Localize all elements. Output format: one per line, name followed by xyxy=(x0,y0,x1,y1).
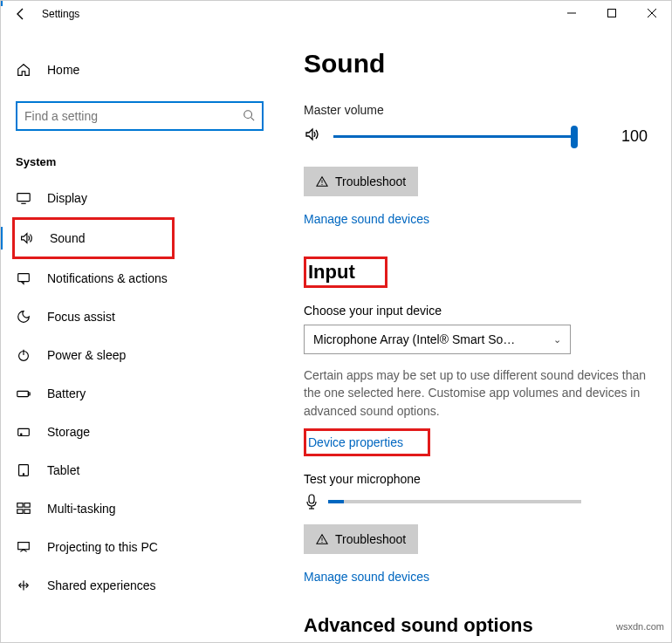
search-box[interactable] xyxy=(16,101,264,131)
svg-rect-1 xyxy=(608,10,616,17)
svg-rect-17 xyxy=(17,503,23,508)
microphone-icon xyxy=(304,493,319,510)
page-title: Sound xyxy=(304,49,648,79)
svg-line-5 xyxy=(251,117,255,120)
sound-icon xyxy=(18,230,34,246)
slider-track-line xyxy=(333,135,574,138)
svg-point-28 xyxy=(321,542,322,543)
manage-output-devices-link[interactable]: Manage sound devices xyxy=(304,212,429,226)
window-title: Settings xyxy=(42,8,79,20)
mic-level-bar xyxy=(328,500,581,503)
arrow-left-icon xyxy=(14,7,28,21)
svg-rect-11 xyxy=(17,391,29,396)
nav-multitasking[interactable]: Multi-tasking xyxy=(12,489,264,528)
nav-power[interactable]: Power & sleep xyxy=(12,336,264,374)
device-properties-highlight: Device properties xyxy=(304,428,430,456)
slider-thumb[interactable] xyxy=(571,126,578,148)
svg-point-14 xyxy=(21,434,22,434)
svg-rect-6 xyxy=(17,194,30,202)
test-mic-label: Test your microphone xyxy=(304,472,648,486)
svg-point-23 xyxy=(321,184,322,185)
minimize-icon xyxy=(567,9,576,17)
input-heading-highlight: Input xyxy=(304,257,387,288)
nav-battery[interactable]: Battery xyxy=(12,374,264,413)
svg-point-4 xyxy=(244,110,252,118)
shared-icon xyxy=(16,578,31,593)
choose-input-label: Choose your input device xyxy=(304,304,648,318)
volume-slider[interactable] xyxy=(333,127,574,147)
titlebar: Settings xyxy=(0,0,672,28)
nav-label: Shared experiences xyxy=(47,578,156,592)
troubleshoot-input-button[interactable]: Troubleshoot xyxy=(304,524,418,554)
minimize-button[interactable] xyxy=(552,0,592,26)
svg-rect-18 xyxy=(24,503,30,508)
volume-value: 100 xyxy=(621,127,648,146)
svg-rect-8 xyxy=(18,274,30,282)
nav-tablet[interactable]: Tablet xyxy=(12,451,264,489)
warning-icon xyxy=(316,533,328,545)
home-nav[interactable]: Home xyxy=(16,52,264,87)
troubleshoot-output-button[interactable]: Troubleshoot xyxy=(304,167,418,196)
accent-strip xyxy=(0,0,3,6)
close-button[interactable] xyxy=(632,0,672,26)
nav-label: Battery xyxy=(47,386,86,400)
nav-label: Display xyxy=(47,191,87,205)
troubleshoot-label: Troubleshoot xyxy=(335,532,406,546)
nav-storage[interactable]: Storage xyxy=(12,413,264,451)
svg-rect-12 xyxy=(28,393,30,395)
svg-rect-20 xyxy=(24,510,30,514)
battery-icon xyxy=(16,386,31,401)
search-input[interactable] xyxy=(24,109,243,123)
focus-icon xyxy=(16,309,31,325)
nav-projecting[interactable]: Projecting to this PC xyxy=(12,528,264,566)
input-heading: Input xyxy=(308,261,355,284)
close-icon xyxy=(648,9,656,17)
nav-sound[interactable]: Sound xyxy=(12,217,175,259)
warning-icon xyxy=(316,175,328,188)
storage-icon xyxy=(16,424,31,440)
projecting-icon xyxy=(16,539,31,555)
maximize-icon xyxy=(607,9,616,17)
window-controls xyxy=(552,0,672,26)
nav-label: Sound xyxy=(50,231,85,245)
maximize-button[interactable] xyxy=(592,0,632,26)
manage-input-devices-link[interactable]: Manage sound devices xyxy=(304,570,429,584)
nav-shared[interactable]: Shared experiences xyxy=(12,566,264,605)
mic-test-row xyxy=(304,493,648,510)
speaker-icon xyxy=(304,126,321,147)
multitask-icon xyxy=(16,501,31,516)
mic-level-fill xyxy=(328,500,344,503)
display-icon xyxy=(16,190,31,206)
sidebar: Home System Display Sound Notifications … xyxy=(0,28,279,643)
nav-display[interactable]: Display xyxy=(12,179,264,217)
nav-focus-assist[interactable]: Focus assist xyxy=(12,298,264,336)
nav-list: Display Sound Notifications & actions Fo… xyxy=(16,179,264,605)
nav-notifications[interactable]: Notifications & actions xyxy=(12,259,264,298)
tablet-icon xyxy=(16,462,31,478)
input-device-select[interactable]: Microphone Array (Intel® Smart So… ⌄ xyxy=(304,325,571,354)
nav-label: Tablet xyxy=(47,463,79,477)
home-icon xyxy=(16,62,31,78)
input-device-value: Microphone Array (Intel® Smart So… xyxy=(313,332,515,346)
power-icon xyxy=(16,347,31,363)
nav-label: Multi-tasking xyxy=(47,502,116,516)
section-title: System xyxy=(16,155,264,168)
troubleshoot-label: Troubleshoot xyxy=(335,174,406,188)
back-button[interactable] xyxy=(7,0,35,28)
nav-label: Power & sleep xyxy=(47,348,126,362)
input-description: Certain apps may be set up to use differ… xyxy=(304,366,648,420)
nav-label: Focus assist xyxy=(47,310,115,324)
device-properties-link[interactable]: Device properties xyxy=(308,435,403,449)
svg-rect-21 xyxy=(18,543,30,550)
search-icon xyxy=(243,109,255,124)
master-volume-label: Master volume xyxy=(304,103,648,117)
chevron-down-icon: ⌄ xyxy=(553,334,561,345)
svg-rect-19 xyxy=(17,510,23,514)
advanced-heading: Advanced sound options xyxy=(304,614,648,637)
watermark: wsxdn.com xyxy=(614,620,667,633)
nav-label: Storage xyxy=(47,425,90,439)
volume-row: 100 xyxy=(304,126,648,147)
svg-point-16 xyxy=(23,474,24,475)
nav-label: Notifications & actions xyxy=(47,271,168,285)
svg-rect-24 xyxy=(309,495,314,503)
